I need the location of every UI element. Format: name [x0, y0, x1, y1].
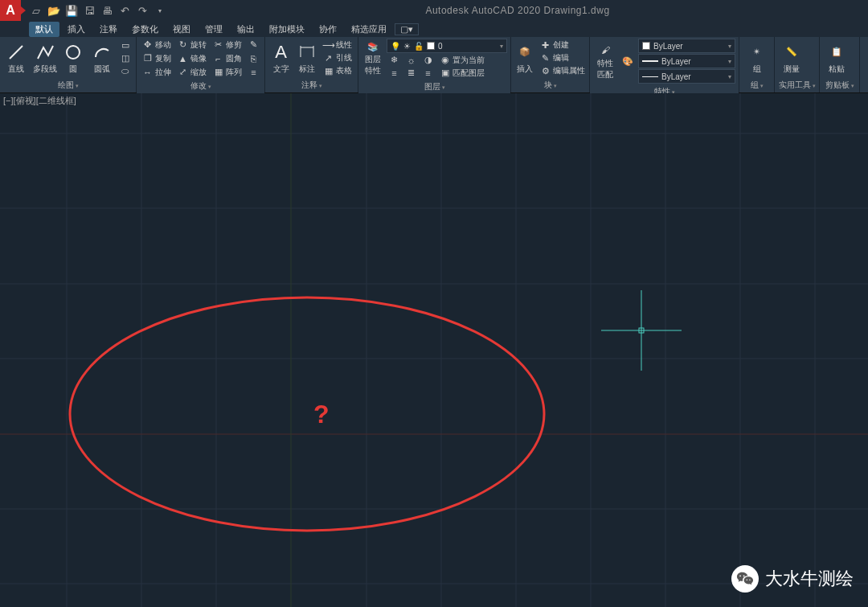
color-wheel-icon[interactable]: 🎨 — [620, 42, 636, 80]
tab-insert[interactable]: 插入 — [61, 22, 92, 37]
rotate-button[interactable]: ↻旋转 — [175, 39, 209, 51]
paste-button[interactable]: 📋粘贴 — [823, 39, 850, 77]
circle-button[interactable]: 圆 — [60, 39, 87, 77]
make-current-button[interactable]: ◉置为当前 — [437, 54, 487, 66]
panel-block: 📦插入 ✚创建 ✎编辑 ⚙编辑属性 块 — [511, 37, 590, 92]
leader-button[interactable]: ↗引线 — [321, 52, 354, 64]
tab-featured[interactable]: 精选应用 — [345, 22, 393, 37]
qat-save-icon[interactable]: 💾 — [64, 3, 79, 18]
panel-annotate-title[interactable]: 注释 — [265, 79, 358, 92]
sun-icon: ☀ — [403, 42, 411, 51]
title-bar: A ▱ 📂 💾 🖫 🖶 ↶ ↷ ▾ Autodesk AutoCAD 2020 … — [0, 0, 868, 21]
mirror-button[interactable]: ▲镜像 — [175, 52, 209, 64]
qat-new-icon[interactable]: ▱ — [29, 3, 43, 18]
layer-off-icon[interactable]: ≡ — [387, 67, 402, 79]
canvas-svg: ? — [0, 93, 868, 607]
panel-properties: 🖌特性 匹配 🎨 ByLayer▾ ByLayer▾ ByLayer▾ 特性 — [590, 37, 739, 92]
panel-layers: 📚图层特性 💡☀🔓 0▾ ❄ ☼ ◑ ◉置为当前 ≡ — [358, 37, 511, 92]
edit-attr-button[interactable]: ⚙编辑属性 — [538, 65, 588, 77]
panel-group: ✴组 组 — [739, 37, 775, 92]
stretch-button[interactable]: ↔拉伸 — [140, 66, 174, 78]
text-button[interactable]: A文字 — [268, 39, 293, 77]
tab-addins[interactable]: 附加模块 — [263, 22, 311, 37]
watermark: 大水牛测绘 — [731, 565, 854, 593]
move-button[interactable]: ✥移动 — [140, 39, 174, 51]
line-button[interactable]: 直线 — [3, 39, 30, 77]
question-mark-annotation: ? — [313, 400, 330, 429]
lock-icon: 🔓 — [414, 42, 424, 51]
layer-thaw-icon[interactable]: ≡ — [420, 67, 436, 79]
edit-block-button[interactable]: ✎编辑 — [538, 52, 588, 64]
qat-redo-icon[interactable]: ↷ — [135, 3, 149, 18]
copy-button[interactable]: ❐复制 — [140, 52, 174, 64]
offset-icon[interactable]: ≡ — [246, 66, 261, 78]
trim-button[interactable]: ✂修剪 — [211, 39, 244, 51]
match-props-button[interactable]: 🖌特性 匹配 — [593, 42, 617, 80]
fillet-button[interactable]: ⌐圆角 — [211, 52, 244, 64]
polyline-button[interactable]: 多段线 — [32, 39, 59, 77]
lightbulb-icon: 💡 — [391, 42, 400, 51]
ellipse-icon[interactable]: ⬭ — [117, 65, 133, 77]
table-button[interactable]: ▦表格 — [321, 65, 354, 77]
window-title: Autodesk AutoCAD 2020 Drawing1.dwg — [167, 5, 868, 16]
panel-clipboard: 📋粘贴 剪贴板 — [820, 37, 860, 92]
layer-on-icon[interactable]: ☼ — [403, 54, 419, 66]
edit-icon[interactable]: ✎ — [246, 39, 261, 51]
layer-freeze-icon[interactable]: ≣ — [403, 67, 419, 79]
arc-button[interactable]: 圆弧 — [89, 39, 116, 77]
qat-plot-icon[interactable]: 🖶 — [100, 3, 114, 18]
linetype-dropdown[interactable]: ByLayer▾ — [638, 54, 735, 68]
linear-dim-button[interactable]: ⟶线性 — [321, 39, 354, 51]
create-block-button[interactable]: ✚创建 — [538, 39, 588, 51]
measure-button[interactable]: 📏测量 — [778, 39, 805, 77]
panel-layers-title[interactable]: 图层 — [358, 80, 510, 94]
dimension-button[interactable]: 标注 — [296, 39, 318, 77]
rect-icon[interactable]: ▭ — [117, 39, 133, 51]
hatch-icon[interactable]: ◫ — [117, 52, 133, 64]
qat-saveas-icon[interactable]: 🖫 — [82, 3, 96, 18]
panel-modify: ✥移动 ↻旋转 ✂修剪 ✎ ❐复制 ▲镜像 ⌐圆角 ⎘ ↔拉伸 ⤢缩放 ▦阵列 … — [137, 37, 265, 92]
ribbon-tabs: 默认 插入 注释 参数化 视图 管理 输出 附加模块 协作 精选应用 ▢▾ — [0, 21, 868, 37]
qat-open-icon[interactable]: 📂 — [47, 3, 61, 18]
layer-lock-icon[interactable]: ◑ — [420, 54, 436, 66]
group-button[interactable]: ✴组 — [743, 39, 771, 77]
tab-output[interactable]: 输出 — [231, 22, 261, 37]
ribbon: 直线 多段线 圆 圆弧 ▭ ◫ ⬭ 绘图 ✥移动 ↻旋转 ✂修剪 ✎ ❐复 — [0, 37, 868, 93]
tab-parametric[interactable]: 参数化 — [125, 22, 165, 37]
panel-group-title[interactable]: 组 — [739, 79, 774, 92]
insert-block-button[interactable]: 📦插入 — [514, 39, 535, 77]
svg-point-1 — [67, 46, 80, 59]
panel-utilities: 📏测量 实用工具 — [775, 37, 820, 92]
qat-undo-icon[interactable]: ↶ — [117, 3, 132, 18]
tab-manage[interactable]: 管理 — [199, 22, 229, 37]
watermark-text: 大水牛测绘 — [765, 567, 854, 591]
quick-access-toolbar: ▱ 📂 💾 🖫 🖶 ↶ ↷ ▾ — [29, 3, 167, 18]
layer-dropdown[interactable]: 💡☀🔓 0▾ — [387, 39, 507, 53]
scale-button[interactable]: ⤢缩放 — [175, 66, 209, 78]
tab-overflow-icon[interactable]: ▢▾ — [395, 23, 419, 35]
app-logo[interactable]: A — [0, 0, 21, 21]
panel-util-title[interactable]: 实用工具 — [775, 79, 819, 92]
layer-color-swatch — [427, 42, 435, 50]
panel-modify-title[interactable]: 修改 — [137, 80, 264, 93]
tab-annotate[interactable]: 注释 — [93, 22, 124, 37]
array-button[interactable]: ▦阵列 — [211, 66, 244, 78]
view-label[interactable]: [−][俯视][二维线框] — [3, 95, 76, 107]
tab-collab[interactable]: 协作 — [313, 22, 343, 37]
svg-line-0 — [10, 46, 23, 59]
explode-icon[interactable]: ⎘ — [246, 52, 261, 64]
tab-default[interactable]: 默认 — [29, 22, 59, 37]
qat-more-icon[interactable]: ▾ — [153, 3, 167, 18]
match-layer-button[interactable]: ▣匹配图层 — [437, 67, 487, 79]
panel-draw-title[interactable]: 绘图 — [0, 79, 136, 92]
panel-clip-title[interactable]: 剪贴板 — [820, 79, 859, 92]
panel-annotate: A文字 标注 ⟶线性 ↗引线 ▦表格 注释 — [265, 37, 358, 92]
lineweight-dropdown[interactable]: ByLayer▾ — [638, 69, 735, 84]
color-dropdown[interactable]: ByLayer▾ — [638, 39, 735, 53]
panel-block-title[interactable]: 块 — [511, 79, 589, 92]
tab-view[interactable]: 视图 — [166, 22, 197, 37]
panel-draw: 直线 多段线 圆 圆弧 ▭ ◫ ⬭ 绘图 — [0, 37, 137, 92]
drawing-canvas[interactable]: [−][俯视][二维线框] ? 大水牛测绘 — [0, 93, 868, 607]
layer-iso-icon[interactable]: ❄ — [387, 54, 402, 66]
layer-props-button[interactable]: 📚图层特性 — [362, 41, 384, 76]
